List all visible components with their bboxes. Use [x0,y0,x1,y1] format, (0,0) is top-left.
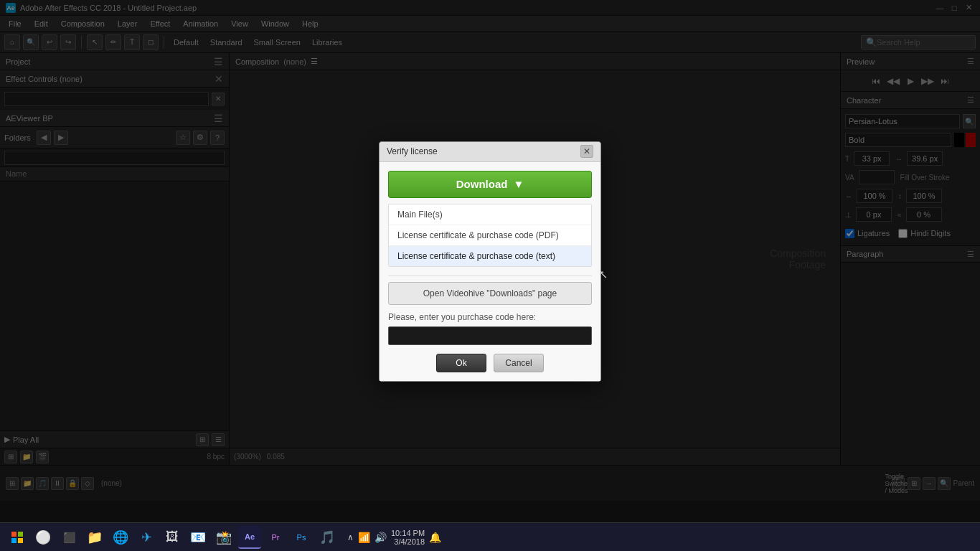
cancel-button[interactable]: Cancel [494,354,544,372]
taskbar-telegram[interactable]: ✈ [135,526,158,549]
svg-rect-1 [18,532,23,537]
taskbar-ps[interactable]: Ps [290,526,313,549]
download-dropdown: Main File(s) License certificate & purch… [388,204,592,267]
taskbar-premiere[interactable]: Pr [264,526,287,549]
svg-rect-0 [11,532,17,537]
download-arrow-icon: ▼ [513,178,524,190]
download-button[interactable]: Download ▼ [388,171,592,198]
ok-button[interactable]: Ok [436,354,486,372]
taskbar-task-view[interactable]: ⬛ [57,526,80,549]
dropdown-item-pdf[interactable]: License certificate & purchase code (PDF… [389,225,591,246]
taskbar-media[interactable]: 🎵 [316,526,339,549]
taskbar-time-display: 10:14 PM [391,529,425,537]
open-videohive-label: Open Videohive "Downloads" page [423,288,557,298]
open-videohive-button[interactable]: Open Videohive "Downloads" page [388,282,592,305]
svg-rect-2 [11,538,17,543]
svg-rect-3 [18,538,23,543]
taskbar-clock[interactable]: 10:14 PM 3/4/2018 [391,529,425,546]
start-button[interactable] [6,526,29,549]
taskbar-camera[interactable]: 📸 [212,526,235,549]
taskbar-expand-icon[interactable]: ∧ [347,532,354,542]
taskbar-search[interactable]: ⚪ [32,526,55,549]
dialog-title: Verify license [387,146,438,156]
dialog-buttons: Ok Cancel [388,354,592,372]
taskbar-date-display: 3/4/2018 [391,537,425,546]
taskbar-volume-icon[interactable]: 🔊 [374,532,387,543]
taskbar-photos[interactable]: 🖼 [161,526,184,549]
taskbar-explorer[interactable]: 📁 [83,526,106,549]
purchase-label: Please, enter you purchase code here: [388,312,592,322]
dialog-titlebar: Verify license ✕ [380,142,600,162]
download-label: Download [456,178,508,190]
dialog-body: Download ▼ Main File(s) License certific… [380,162,600,381]
taskbar-mail[interactable]: 📧 [187,526,209,549]
taskbar-action-center[interactable]: 🔔 [429,532,441,543]
dropdown-item-main[interactable]: Main File(s) [389,204,591,225]
verify-dialog: Verify license ✕ Download ▼ Main File(s)… [379,141,601,382]
taskbar-sys: ∧ 📶 🔊 10:14 PM 3/4/2018 🔔 [341,529,447,546]
taskbar-network-icon[interactable]: 📶 [358,532,370,543]
taskbar-chrome[interactable]: 🌐 [109,526,132,549]
taskbar-ae[interactable]: Ae [238,526,261,549]
dialog-separator [388,276,592,276]
modal-overlay: Verify license ✕ Download ▼ Main File(s)… [0,0,980,522]
purchase-code-input[interactable] [388,326,592,345]
taskbar: ⚪ ⬛ 📁 🌐 ✈ 🖼 📧 📸 Ae Pr Ps 🎵 ∧ 📶 🔊 10:14 P… [0,522,980,551]
dropdown-item-text[interactable]: License certificate & purchase code (tex… [389,246,591,266]
dialog-close-button[interactable]: ✕ [580,145,593,158]
